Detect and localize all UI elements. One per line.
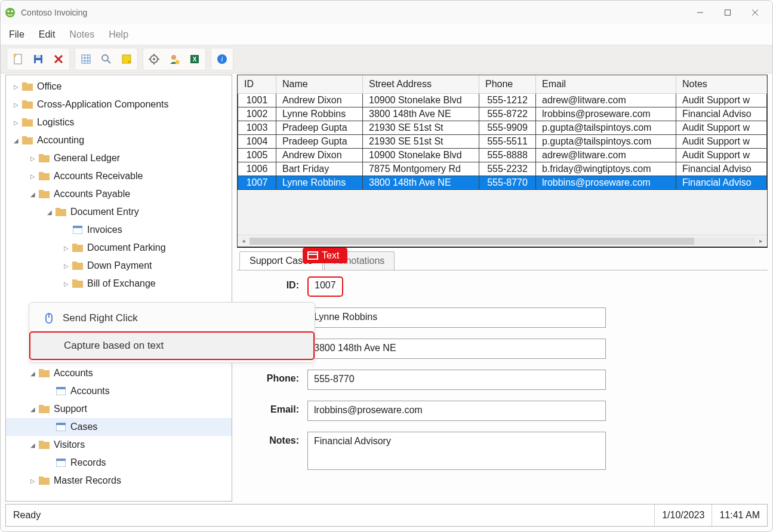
cell-phone[interactable]: 555-5511	[479, 135, 536, 149]
minimize-button[interactable]	[686, 2, 714, 23]
tree-document-entry[interactable]: ◢Document Entry	[6, 203, 232, 221]
tree-down-payment[interactable]: ▷Down Payment	[6, 257, 232, 275]
cell-name[interactable]: Andrew Dixon	[276, 149, 363, 162]
cell-id[interactable]: 1005	[238, 149, 276, 162]
form-street-input[interactable]: 3800 148th Ave NE	[307, 339, 606, 359]
table-row[interactable]: 1004Pradeep Gupta21930 SE 51st St555-551…	[238, 135, 767, 149]
tree-office[interactable]: ▷Office	[6, 78, 232, 96]
search-icon[interactable]	[98, 51, 115, 67]
col-name[interactable]: Name	[276, 75, 363, 94]
cell-notes[interactable]: Audit Support w	[676, 121, 767, 135]
tree-crossapp[interactable]: ▷Cross-Application Components	[6, 96, 232, 113]
close-button[interactable]	[741, 2, 769, 23]
col-phone[interactable]: Phone	[479, 75, 536, 94]
cell-street[interactable]: 10900 Stonelake Blvd	[363, 94, 479, 107]
nav-tree[interactable]: ▷Office ▷Cross-Application Components ▷L…	[5, 75, 232, 502]
cell-email[interactable]: lrobbins@proseware.com	[536, 107, 676, 121]
tree-master-records[interactable]: ▷Master Records	[6, 472, 232, 490]
user-icon[interactable]	[166, 51, 183, 67]
cell-notes[interactable]: Audit Support w	[676, 135, 767, 149]
cell-id[interactable]: 1003	[238, 121, 276, 135]
table-row[interactable]: 1007Lynne Robbins3800 148th Ave NE555-87…	[238, 176, 767, 190]
table-row[interactable]: 1002Lynne Robbins3800 148th Ave NE555-87…	[238, 107, 767, 121]
cell-street[interactable]: 3800 148th Ave NE	[363, 107, 479, 121]
form-notes-input[interactable]: Financial Advisory	[307, 432, 606, 470]
table-row[interactable]: 1006Bart Friday7875 Montgomery Rd555-223…	[238, 162, 767, 176]
col-id[interactable]: ID	[238, 75, 276, 94]
cell-phone[interactable]: 555-2232	[479, 162, 536, 176]
table-row[interactable]: 1005Andrew Dixon10900 Stonelake Blvd555-…	[238, 149, 767, 162]
cell-phone[interactable]: 555-9909	[479, 121, 536, 135]
cell-name[interactable]: Pradeep Gupta	[276, 135, 363, 149]
ctx-capture-based-on-text[interactable]: Capture based on text	[29, 331, 315, 360]
cell-notes[interactable]: Financial Adviso	[676, 162, 767, 176]
cell-email[interactable]: adrew@litware.com	[536, 94, 676, 107]
cell-id[interactable]: 1001	[238, 94, 276, 107]
menu-notes[interactable]: Notes	[69, 29, 94, 40]
cell-id[interactable]: 1006	[238, 162, 276, 176]
new-icon[interactable]	[10, 51, 26, 67]
tree-cases[interactable]: Cases	[6, 418, 232, 436]
cell-email[interactable]: b.friday@wingtiptoys.com	[536, 162, 676, 176]
tree-support[interactable]: ◢Support	[6, 400, 232, 418]
cell-notes[interactable]: Audit Support w	[676, 94, 767, 107]
tree-visitors[interactable]: ◢Visitors	[6, 436, 232, 454]
cell-street[interactable]: 3800 148th Ave NE	[363, 176, 479, 190]
excel-icon[interactable]: X	[186, 51, 203, 67]
settings-icon[interactable]	[146, 51, 162, 67]
form-email-input[interactable]: lrobbins@proseware.com	[307, 401, 606, 421]
cell-id[interactable]: 1004	[238, 135, 276, 149]
cell-email[interactable]: p.gupta@tailspintoys.com	[536, 121, 676, 135]
tree-accounts-payable[interactable]: ◢Accounts Payable	[6, 185, 232, 203]
form-phone-input[interactable]: 555-8770	[307, 370, 606, 390]
table-row[interactable]: 1001Andrew Dixon10900 Stonelake Blvd555-…	[238, 94, 767, 107]
tree-records[interactable]: Records	[6, 454, 232, 472]
cell-name[interactable]: Bart Friday	[276, 162, 363, 176]
menu-edit[interactable]: Edit	[39, 29, 56, 40]
tree-logistics[interactable]: ▷Logistics	[6, 113, 232, 131]
cell-id[interactable]: 1002	[238, 107, 276, 121]
data-grid[interactable]: ID Name Street Address Phone Email Notes…	[237, 75, 768, 248]
cell-phone[interactable]: 555-8770	[479, 176, 536, 190]
cell-email[interactable]: p.gupta@tailspintoys.com	[536, 135, 676, 149]
cell-phone[interactable]: 555-1212	[479, 94, 536, 107]
cell-email[interactable]: lrobbins@proseware.com	[536, 176, 676, 190]
cell-name[interactable]: Pradeep Gupta	[276, 121, 363, 135]
cell-street[interactable]: 21930 SE 51st St	[363, 121, 479, 135]
cell-notes[interactable]: Financial Adviso	[676, 107, 767, 121]
grid-icon[interactable]	[78, 51, 94, 67]
cell-notes[interactable]: Financial Adviso	[676, 176, 767, 190]
info-icon[interactable]: i	[214, 51, 230, 67]
tree-document-parking[interactable]: ▷Document Parking	[6, 239, 232, 257]
menu-help[interactable]: Help	[109, 29, 128, 40]
cell-phone[interactable]: 555-8888	[479, 149, 536, 162]
cell-name[interactable]: Lynne Robbins	[276, 107, 363, 121]
tree-accounts-leaf[interactable]: Accounts	[6, 382, 232, 400]
cell-name[interactable]: Lynne Robbins	[276, 176, 363, 190]
scroll-right-icon[interactable]: ▸	[755, 237, 767, 245]
save-icon[interactable]	[30, 51, 47, 67]
ctx-send-right-click[interactable]: Send Right Click	[29, 305, 315, 331]
col-notes[interactable]: Notes	[676, 75, 767, 94]
delete-icon[interactable]	[50, 51, 67, 67]
menu-file[interactable]: File	[9, 29, 24, 40]
col-email[interactable]: Email	[536, 75, 676, 94]
table-row[interactable]: 1003Pradeep Gupta21930 SE 51st St555-990…	[238, 121, 767, 135]
col-street[interactable]: Street Address	[363, 75, 479, 94]
tree-accounts-receivable[interactable]: ▷Accounts Receivable	[6, 167, 232, 185]
cell-street[interactable]: 21930 SE 51st St	[363, 135, 479, 149]
maximize-button[interactable]	[714, 2, 741, 23]
horizontal-scrollbar[interactable]: ◂ ▸	[238, 235, 767, 247]
tree-accounting[interactable]: ◢Accounting	[6, 131, 232, 149]
note-icon[interactable]	[118, 51, 135, 67]
cell-id[interactable]: 1007	[238, 176, 276, 190]
cell-notes[interactable]: Audit Support w	[676, 149, 767, 162]
tree-accounts[interactable]: ◢Accounts	[6, 364, 232, 382]
form-name-input[interactable]: Lynne Robbins	[307, 307, 606, 328]
cell-email[interactable]: adrew@litware.com	[536, 149, 676, 162]
tree-bill-of-exchange[interactable]: ▷Bill of Exchange	[6, 275, 232, 293]
tree-general-ledger[interactable]: ▷General Ledger	[6, 149, 232, 167]
cell-phone[interactable]: 555-8722	[479, 107, 536, 121]
cell-street[interactable]: 7875 Montgomery Rd	[363, 162, 479, 176]
scroll-left-icon[interactable]: ◂	[238, 237, 250, 245]
